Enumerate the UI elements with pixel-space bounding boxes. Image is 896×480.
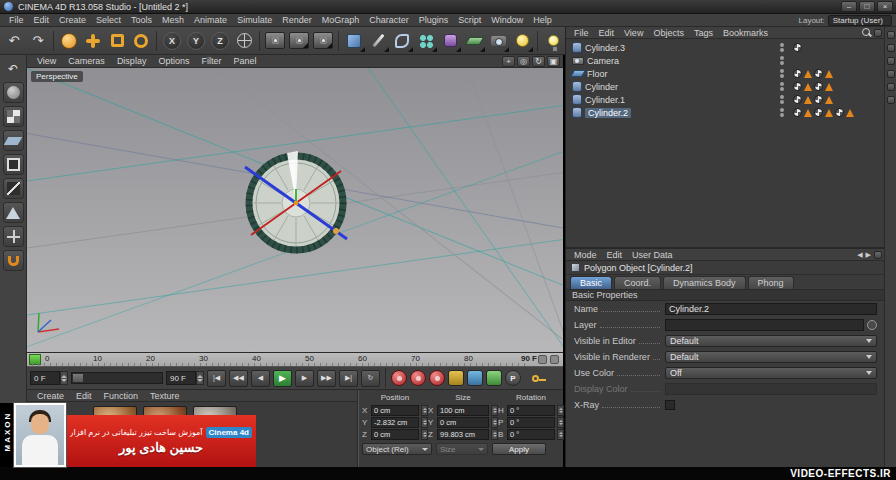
rotate-tool-icon[interactable] xyxy=(130,30,152,52)
lighting-toggle-icon[interactable] xyxy=(542,30,564,52)
menu-select[interactable]: Select xyxy=(91,15,126,25)
om-menu-objects[interactable]: Objects xyxy=(648,28,689,38)
loop-button[interactable]: ↻ xyxy=(361,370,380,387)
visibility-toggles[interactable] xyxy=(774,82,790,91)
make-editable-icon[interactable]: ↶ xyxy=(3,58,24,79)
om-menu-file[interactable]: File xyxy=(569,28,594,38)
xray-checkbox[interactable] xyxy=(665,400,675,410)
move-tool-icon[interactable] xyxy=(82,30,104,52)
material-menu-edit[interactable]: Edit xyxy=(70,391,98,401)
maximize-button[interactable]: □ xyxy=(859,1,875,12)
keyframe-selection-button[interactable] xyxy=(429,370,445,386)
menu-help[interactable]: Help xyxy=(528,15,557,25)
texture-tag-icon[interactable] xyxy=(814,108,823,117)
object-row-camera[interactable]: Camera xyxy=(566,54,885,67)
render-picture-viewer-icon[interactable] xyxy=(288,30,310,52)
material-menu-function[interactable]: Function xyxy=(98,391,145,401)
object-row-cylinder[interactable]: Cylinder xyxy=(566,80,885,93)
render-settings-icon[interactable] xyxy=(312,30,334,52)
record-scale-toggle[interactable] xyxy=(467,370,483,386)
undo-icon[interactable]: ↶ xyxy=(3,30,25,52)
mograph-icon[interactable] xyxy=(415,30,437,52)
phong-tag-icon[interactable] xyxy=(825,83,833,91)
visibility-toggles[interactable] xyxy=(774,69,790,78)
size-z-field[interactable]: 99.803 cm xyxy=(437,429,489,440)
size-x-field[interactable]: 100 cm xyxy=(437,405,489,416)
minimize-button[interactable]: – xyxy=(841,1,857,12)
phong-tag-icon[interactable] xyxy=(825,109,833,117)
om-menu-edit[interactable]: Edit xyxy=(594,28,620,38)
layer-field[interactable] xyxy=(665,319,864,331)
add-spline-icon[interactable] xyxy=(391,30,413,52)
layout-select[interactable]: Startup (User) xyxy=(828,15,892,26)
phong-tag-icon[interactable] xyxy=(846,109,854,117)
viewport-menu-cameras[interactable]: Cameras xyxy=(62,56,111,66)
om-menu-view[interactable]: View xyxy=(619,28,648,38)
pen-tool-icon[interactable] xyxy=(367,30,389,52)
texture-tag-icon[interactable] xyxy=(793,82,802,91)
scale-tool-icon[interactable] xyxy=(106,30,128,52)
timeline-options-icon[interactable] xyxy=(550,355,559,364)
menu-render[interactable]: Render xyxy=(277,15,317,25)
tab-basic[interactable]: Basic xyxy=(570,276,612,289)
lock-x-axis-button[interactable]: X xyxy=(161,30,183,52)
start-frame-field[interactable]: 0 F xyxy=(30,371,68,385)
coordinate-system-icon[interactable] xyxy=(233,30,255,52)
material-menu-create[interactable]: Create xyxy=(31,391,70,401)
object-row-floor[interactable]: Floor xyxy=(566,67,885,80)
menu-file[interactable]: File xyxy=(4,15,29,25)
history-back-icon[interactable]: ◀ xyxy=(857,251,862,259)
prev-frame-button[interactable]: ◀ xyxy=(251,370,270,387)
visibility-toggles[interactable] xyxy=(774,95,790,104)
panel-tab-icon[interactable] xyxy=(887,96,895,104)
tab-coord[interactable]: Coord. xyxy=(614,276,661,289)
viewport-menu-view[interactable]: View xyxy=(31,56,62,66)
coordinate-mode-select[interactable]: Object (Rel) xyxy=(362,443,432,455)
om-menu-tags[interactable]: Tags xyxy=(689,28,718,38)
menu-script[interactable]: Script xyxy=(453,15,486,25)
end-frame-field[interactable]: 90 F xyxy=(166,371,204,385)
workplane-icon[interactable] xyxy=(3,130,24,151)
phong-tag-icon[interactable] xyxy=(825,96,833,104)
snap-icon[interactable] xyxy=(3,250,24,271)
viewport-menu-panel[interactable]: Panel xyxy=(227,56,262,66)
rotation-h-field[interactable]: 0 ° xyxy=(507,405,555,416)
lock-z-axis-button[interactable]: Z xyxy=(209,30,231,52)
rotation-p-field[interactable]: 0 ° xyxy=(507,417,555,428)
preview-range-slider[interactable] xyxy=(71,372,163,384)
zoom-view-icon[interactable]: ◎ xyxy=(517,56,530,67)
menu-character[interactable]: Character xyxy=(364,15,414,25)
texture-mode-icon[interactable] xyxy=(3,106,24,127)
size-y-field[interactable]: 0 cm xyxy=(437,417,489,428)
panel-tab-icon[interactable] xyxy=(887,83,895,91)
object-row-cylinder1[interactable]: Cylinder.1 xyxy=(566,93,885,106)
menu-tools[interactable]: Tools xyxy=(126,15,157,25)
phong-tag-icon[interactable] xyxy=(804,70,812,78)
model-mode-icon[interactable] xyxy=(3,82,24,103)
rotate-view-icon[interactable]: ↻ xyxy=(532,56,545,67)
position-x-field[interactable]: 0 cm xyxy=(371,405,419,416)
lock-icon[interactable] xyxy=(874,251,882,259)
menu-window[interactable]: Window xyxy=(486,15,528,25)
goto-end-button[interactable]: ▶| xyxy=(339,370,358,387)
phong-tag-icon[interactable] xyxy=(825,70,833,78)
add-floor-icon[interactable] xyxy=(463,30,485,52)
visibility-toggles[interactable] xyxy=(774,56,790,65)
menu-edit[interactable]: Edit xyxy=(29,15,55,25)
position-y-field[interactable]: -2.832 cm xyxy=(371,417,419,428)
size-mode-select[interactable]: Size xyxy=(436,443,488,455)
phong-tag-icon[interactable] xyxy=(804,83,812,91)
pan-view-icon[interactable]: + xyxy=(502,56,515,67)
key-icon[interactable] xyxy=(532,375,539,382)
live-selection-icon[interactable] xyxy=(58,30,80,52)
name-input[interactable]: Cylinder.2 xyxy=(665,303,877,315)
visibility-toggles[interactable] xyxy=(774,43,790,52)
menu-mesh[interactable]: Mesh xyxy=(157,15,189,25)
layer-browser-icon[interactable] xyxy=(867,320,877,330)
tab-dynamics-body[interactable]: Dynamics Body xyxy=(663,276,746,289)
menu-create[interactable]: Create xyxy=(54,15,91,25)
texture-tag-icon[interactable] xyxy=(793,108,802,117)
am-menu-mode[interactable]: Mode xyxy=(569,250,602,260)
timeline-ruler[interactable]: 0 10 20 30 40 50 60 70 80 90 F xyxy=(27,352,563,366)
texture-tag-icon[interactable] xyxy=(814,95,823,104)
